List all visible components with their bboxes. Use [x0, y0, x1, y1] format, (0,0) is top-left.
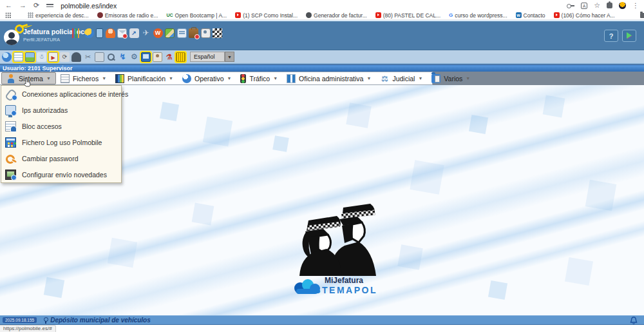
browser-menu-icon[interactable]: ⋮: [632, 2, 639, 9]
paperclip-icon: [5, 89, 16, 99]
menu-oficina-administrativa[interactable]: Oficina administrativa▼: [282, 72, 375, 84]
signal-icon[interactable]: [72, 28, 82, 38]
password-manager-icon[interactable]: [567, 3, 574, 8]
bookmark-item[interactable]: UCOpen Bootcamp | A...: [166, 12, 227, 19]
url-text[interactable]: polmobile.es/index: [61, 2, 117, 10]
bookmark-item[interactable]: wContacto: [516, 12, 545, 19]
background-square: [397, 244, 422, 269]
bookmark-item[interactable]: (1) SCP Como Instal...: [235, 12, 298, 19]
photo-id-icon[interactable]: [201, 28, 211, 38]
user-bar: Usuario: 2101 Supervisor: [0, 64, 644, 72]
stats-icon[interactable]: ↗: [129, 28, 139, 38]
globe-icon[interactable]: [2, 52, 12, 62]
bookmark-item[interactable]: experiencia de desc...: [28, 12, 89, 19]
monitor-arrow-icon[interactable]: [95, 52, 104, 62]
bookmark-item[interactable]: Emisoras de radio e...: [97, 12, 158, 19]
alert-icon[interactable]: ▶: [48, 52, 58, 62]
forward-icon[interactable]: →: [19, 0, 26, 11]
register-icon[interactable]: [176, 52, 185, 62]
bookmark-label: Open Bootcamp | A...: [175, 12, 227, 19]
dropdown-item-cambiar-password[interactable]: Cambiar password: [1, 150, 121, 166]
user-photo-icon[interactable]: [153, 52, 162, 62]
menu-label: Oficina administrativa: [299, 75, 363, 83]
send-plane-icon[interactable]: ✈: [141, 28, 151, 38]
phone-icon[interactable]: [96, 28, 103, 38]
dropdown-item-fichero-log[interactable]: Fichero Log uso Polmobile: [1, 134, 121, 150]
browser-profile-avatar[interactable]: [619, 2, 626, 9]
bell-icon[interactable]: [630, 317, 638, 325]
menu-planificacion[interactable]: Planificación▼: [111, 72, 178, 84]
extensions-icon[interactable]: [607, 3, 612, 8]
avatar[interactable]: [4, 30, 19, 45]
briefcase-icon[interactable]: [189, 28, 198, 38]
menu-varios[interactable]: Varios▼: [427, 72, 475, 84]
user-dark-icon[interactable]: [71, 52, 81, 62]
bookmark-item[interactable]: (80) PASTEL DE CAL...: [375, 12, 440, 19]
apps-grid-icon[interactable]: [5, 12, 11, 18]
bookmark-item[interactable]: Generador de factur...: [306, 12, 367, 19]
varios-icon: [431, 74, 440, 83]
back-icon[interactable]: ←: [5, 0, 12, 11]
dropdown-item-bloc-accesos[interactable]: Bloc accesos: [1, 118, 121, 134]
wordpress-icon[interactable]: W: [153, 28, 163, 38]
dropdown-item-conexiones[interactable]: Conexiones aplicaciones de interés: [1, 86, 121, 102]
search-icon[interactable]: [106, 52, 116, 62]
youtube-icon: [554, 12, 560, 18]
officers-logo: [283, 196, 396, 278]
menu-trafico[interactable]: Tráfico▼: [236, 72, 282, 84]
oficina-icon: [287, 74, 296, 83]
map-icon[interactable]: [165, 28, 175, 38]
background-square: [108, 238, 137, 268]
bookmark-star-icon[interactable]: ☆: [594, 1, 600, 10]
menu-label: Judicial: [392, 75, 415, 83]
key-icon: [5, 153, 16, 164]
document-icon[interactable]: [14, 52, 23, 62]
lightning-icon[interactable]: ↯: [118, 52, 128, 62]
menu-ficheros[interactable]: Ficheros▼: [56, 72, 111, 84]
support-agent-icon[interactable]: [106, 28, 115, 38]
dropdown-item-configurar-envio[interactable]: Configurar envío novedades: [1, 166, 121, 182]
language-dropdown-button[interactable]: ▼: [225, 52, 234, 62]
cloud-icon: [291, 278, 322, 295]
bookmark-label: experiencia de desc...: [35, 12, 89, 19]
language-select[interactable]: Español: [190, 52, 225, 62]
footer-notice[interactable]: Depósito municipal de vehículos: [50, 317, 151, 324]
header-icon-row: ↗ ✈ W: [72, 28, 222, 38]
monitor-icon[interactable]: [141, 52, 151, 62]
dropdown-item-ips[interactable]: Ips autorizadas: [1, 102, 121, 118]
translate-icon[interactable]: A: [581, 3, 587, 9]
menu-label: Varios: [444, 75, 462, 83]
finish-flag-icon[interactable]: [213, 28, 222, 38]
bookmark-item[interactable]: Gcurso de wordpress...: [449, 12, 507, 19]
pin-icon[interactable]: ⚗: [164, 52, 174, 62]
app-header: Jefatura policia local Perfil:JEFATURA ↗…: [0, 21, 644, 50]
youtube-icon: [375, 12, 381, 18]
mail-icon[interactable]: [117, 28, 127, 38]
all-bookmarks-button[interactable]: Todos los marcadores: [640, 12, 644, 19]
scissors-icon[interactable]: ✂: [83, 52, 93, 62]
monitor-send-icon: [5, 170, 16, 180]
reload-icon[interactable]: ⟳: [33, 0, 39, 11]
site-info-icon[interactable]: [46, 3, 53, 8]
ball-icon[interactable]: [84, 28, 94, 38]
gear-globe-icon[interactable]: ⚙: [129, 52, 139, 62]
help-button[interactable]: ?: [604, 30, 618, 42]
photo-icon[interactable]: [25, 52, 35, 62]
menu-label: Tráfico: [249, 75, 270, 83]
browser-address-bar: ← → ⟳ polmobile.es/index A ☆ ⋮: [0, 0, 644, 11]
menu-judicial[interactable]: ⚖Judicial▼: [375, 72, 427, 84]
background-square: [160, 102, 179, 121]
chat-icon[interactable]: [177, 28, 187, 38]
bookmark-item[interactable]: (106) Cómo hacer A...: [554, 12, 615, 19]
dropdown-label: Cambiar password: [22, 155, 79, 162]
menu-label: Planificación: [128, 75, 166, 83]
background-square: [272, 135, 289, 151]
bookmarks-bar: experiencia de desc... Emisoras de radio…: [0, 11, 644, 20]
menu-bar: Sistema▼ Ficheros▼ Planificación▼ Operat…: [0, 72, 644, 85]
menu-operativo[interactable]: Operativo▼: [178, 72, 236, 84]
menu-label: Operativo: [194, 75, 224, 83]
sync-users-icon[interactable]: ⟳: [60, 52, 70, 62]
logout-button[interactable]: [622, 30, 636, 42]
document-person-icon: [5, 121, 16, 132]
people-icon[interactable]: ☃: [37, 52, 46, 62]
